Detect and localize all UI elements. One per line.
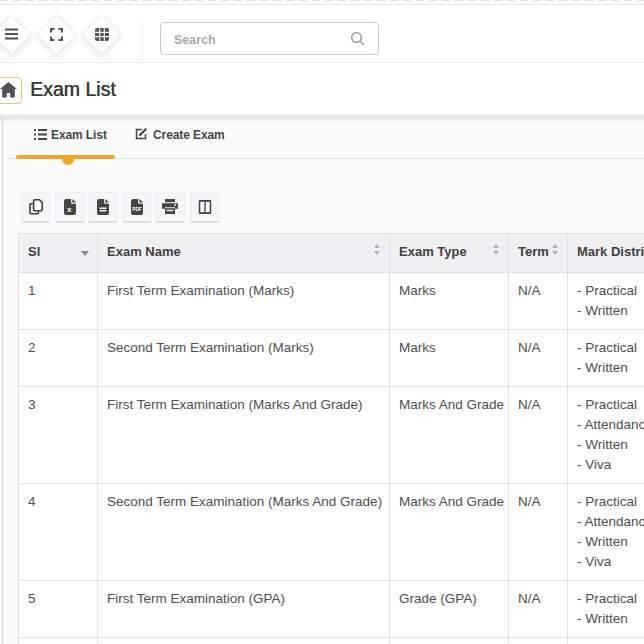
svg-text:x: x [67, 205, 72, 214]
svg-text:PDF: PDF [132, 207, 142, 212]
